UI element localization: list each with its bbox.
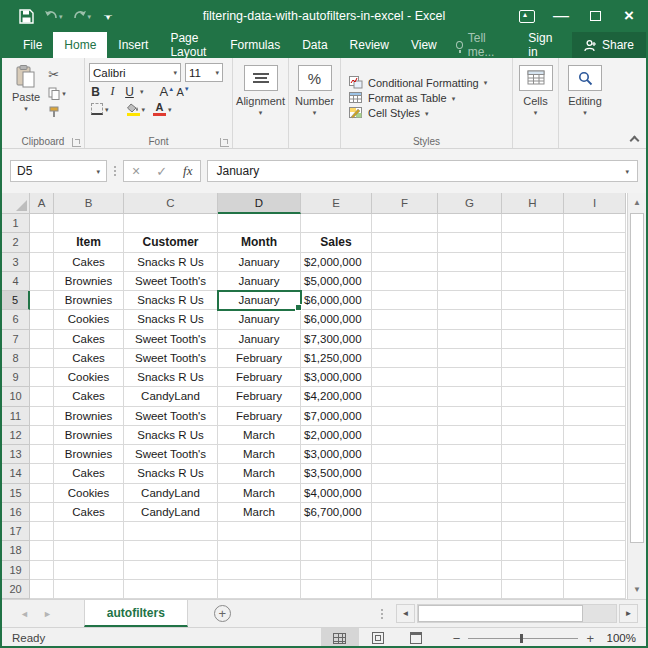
- next-sheet-icon[interactable]: ►: [43, 609, 52, 619]
- cell-G4[interactable]: [438, 272, 502, 291]
- cell-H10[interactable]: [502, 387, 564, 406]
- sign-in-button[interactable]: Sign in: [516, 32, 572, 58]
- cell-B1[interactable]: [54, 214, 124, 233]
- row-header-15[interactable]: 15: [2, 484, 30, 503]
- cell-A18[interactable]: [30, 541, 54, 560]
- column-header-A[interactable]: A: [30, 193, 54, 214]
- cell-B19[interactable]: [54, 561, 124, 580]
- cell-C11[interactable]: Sweet Tooth's: [124, 407, 218, 426]
- cell-F14[interactable]: [372, 464, 438, 483]
- cells-button[interactable]: Cells ▾: [517, 61, 554, 134]
- cell-D20[interactable]: [218, 580, 301, 599]
- cell-I18[interactable]: [564, 541, 626, 560]
- cell-E5[interactable]: $6,000,000: [301, 291, 372, 310]
- cell-H5[interactable]: [502, 291, 564, 310]
- cell-C16[interactable]: CandyLand: [124, 503, 218, 522]
- cell-E9[interactable]: $3,000,000: [301, 368, 372, 387]
- cell-B7[interactable]: Cakes: [54, 330, 124, 349]
- column-header-B[interactable]: B: [54, 193, 124, 214]
- row-header-1[interactable]: 1: [2, 214, 30, 233]
- fill-color-button[interactable]: ▾: [125, 101, 148, 117]
- cell-E13[interactable]: $3,000,000: [301, 445, 372, 464]
- cell-C2[interactable]: Customer: [124, 233, 218, 252]
- scroll-down-icon[interactable]: ▼: [628, 580, 646, 599]
- cell-F11[interactable]: [372, 407, 438, 426]
- conditional-formatting-button[interactable]: Conditional Formatting▾: [349, 76, 487, 89]
- cancel-icon[interactable]: ×: [132, 163, 140, 179]
- cell-F16[interactable]: [372, 503, 438, 522]
- cell-I15[interactable]: [564, 484, 626, 503]
- ribbon-tab-review[interactable]: Review: [339, 32, 400, 58]
- cell-E19[interactable]: [301, 561, 372, 580]
- cell-F7[interactable]: [372, 330, 438, 349]
- cell-E7[interactable]: $7,300,000: [301, 330, 372, 349]
- ribbon-tab-home[interactable]: Home: [53, 32, 107, 58]
- cell-F17[interactable]: [372, 522, 438, 541]
- close-icon[interactable]: ×: [612, 1, 646, 31]
- cell-styles-button[interactable]: Cell Styles▾: [349, 107, 487, 119]
- cell-G11[interactable]: [438, 407, 502, 426]
- cell-H11[interactable]: [502, 407, 564, 426]
- cell-B5[interactable]: Brownies: [54, 291, 124, 310]
- cell-A10[interactable]: [30, 387, 54, 406]
- cell-G16[interactable]: [438, 503, 502, 522]
- cell-A5[interactable]: [30, 291, 54, 310]
- cell-F20[interactable]: [372, 580, 438, 599]
- vertical-scroll-thumb[interactable]: [630, 213, 644, 543]
- cell-A9[interactable]: [30, 368, 54, 387]
- row-header-7[interactable]: 7: [2, 330, 30, 349]
- cell-G18[interactable]: [438, 541, 502, 560]
- cell-H3[interactable]: [502, 253, 564, 272]
- cell-I19[interactable]: [564, 561, 626, 580]
- cell-F4[interactable]: [372, 272, 438, 291]
- cell-D14[interactable]: March: [218, 464, 301, 483]
- cell-E17[interactable]: [301, 522, 372, 541]
- ribbon-tab-formulas[interactable]: Formulas: [219, 32, 291, 58]
- cell-G10[interactable]: [438, 387, 502, 406]
- cell-H8[interactable]: [502, 349, 564, 368]
- underline-button[interactable]: U: [123, 85, 136, 99]
- column-header-I[interactable]: I: [564, 193, 626, 214]
- cell-A17[interactable]: [30, 522, 54, 541]
- cell-A12[interactable]: [30, 426, 54, 445]
- cell-I8[interactable]: [564, 349, 626, 368]
- row-header-5[interactable]: 5: [2, 291, 30, 310]
- cell-D12[interactable]: March: [218, 426, 301, 445]
- cell-G19[interactable]: [438, 561, 502, 580]
- cell-E3[interactable]: $2,000,000: [301, 253, 372, 272]
- cell-E14[interactable]: $3,500,000: [301, 464, 372, 483]
- cell-F10[interactable]: [372, 387, 438, 406]
- cell-I7[interactable]: [564, 330, 626, 349]
- cell-C13[interactable]: Sweet Tooth's: [124, 445, 218, 464]
- row-header-17[interactable]: 17: [2, 522, 30, 541]
- row-header-20[interactable]: 20: [2, 580, 30, 599]
- cell-C3[interactable]: Snacks R Us: [124, 253, 218, 272]
- cell-D11[interactable]: February: [218, 407, 301, 426]
- cell-A14[interactable]: [30, 464, 54, 483]
- column-header-F[interactable]: F: [372, 193, 438, 214]
- cell-D5[interactable]: January: [218, 291, 301, 310]
- underline-dropdown-icon[interactable]: ▾: [140, 88, 144, 95]
- scrollbar-resize-handle[interactable]: [380, 609, 384, 619]
- cell-D10[interactable]: February: [218, 387, 301, 406]
- cell-G2[interactable]: [438, 233, 502, 252]
- cell-B9[interactable]: Cookies: [54, 368, 124, 387]
- scroll-left-icon[interactable]: ◄: [396, 604, 415, 623]
- tell-me-box[interactable]: Tell me...: [448, 32, 517, 58]
- cell-I16[interactable]: [564, 503, 626, 522]
- ribbon-tab-data[interactable]: Data: [291, 32, 338, 58]
- cell-A3[interactable]: [30, 253, 54, 272]
- cell-H18[interactable]: [502, 541, 564, 560]
- cell-H2[interactable]: [502, 233, 564, 252]
- cell-E4[interactable]: $5,000,000: [301, 272, 372, 291]
- row-header-18[interactable]: 18: [2, 541, 30, 560]
- cell-I5[interactable]: [564, 291, 626, 310]
- cell-E18[interactable]: [301, 541, 372, 560]
- cell-H12[interactable]: [502, 426, 564, 445]
- cell-C9[interactable]: Snacks R Us: [124, 368, 218, 387]
- undo-icon[interactable]: ▾: [41, 8, 66, 24]
- cell-C7[interactable]: Sweet Tooth's: [124, 330, 218, 349]
- format-painter-icon[interactable]: [46, 104, 68, 120]
- maximize-icon[interactable]: [578, 1, 612, 31]
- row-header-10[interactable]: 10: [2, 387, 30, 406]
